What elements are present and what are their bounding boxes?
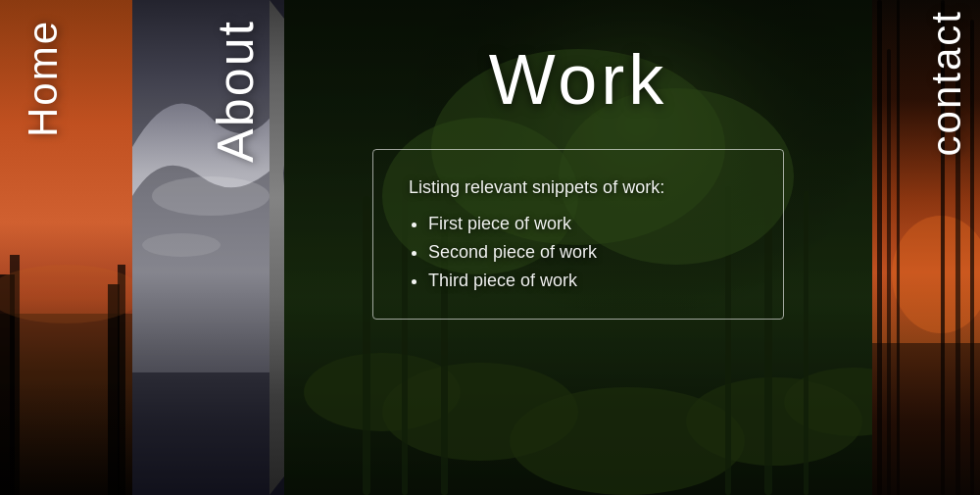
work-box: Listing relevant snippets of work: First… <box>372 149 784 320</box>
list-item: Second piece of work <box>428 242 748 263</box>
svg-rect-35 <box>970 20 974 495</box>
svg-rect-36 <box>872 343 980 495</box>
svg-rect-3 <box>10 255 20 495</box>
list-item-label: First piece of work <box>428 214 571 233</box>
contact-nav-label: contact <box>923 10 970 156</box>
svg-rect-31 <box>887 49 891 495</box>
svg-point-6 <box>0 265 132 323</box>
work-title: Work <box>489 39 668 120</box>
svg-point-29 <box>892 216 980 333</box>
list-item: Third piece of work <box>428 271 748 291</box>
work-intro: Listing relevant snippets of work: <box>409 177 748 198</box>
about-panel[interactable]: About <box>132 0 284 495</box>
svg-rect-10 <box>132 372 284 495</box>
list-item-label: Second piece of work <box>428 242 597 262</box>
svg-rect-5 <box>118 265 125 495</box>
svg-rect-4 <box>108 284 120 495</box>
svg-point-8 <box>152 176 270 216</box>
svg-rect-1 <box>0 314 132 495</box>
work-panel: Work Listing relevant snippets of work: … <box>284 0 872 495</box>
list-item: First piece of work <box>428 214 748 234</box>
home-nav-label: Home <box>20 20 67 137</box>
contact-panel[interactable]: contact <box>872 0 980 495</box>
svg-rect-32 <box>897 0 900 495</box>
svg-point-9 <box>142 233 220 257</box>
page-layout: Home <box>0 0 980 495</box>
work-list: First piece of work Second piece of work… <box>409 214 748 291</box>
svg-rect-2 <box>0 274 15 495</box>
home-panel[interactable]: Home <box>0 0 132 495</box>
svg-rect-30 <box>877 0 882 495</box>
list-item-label: Third piece of work <box>428 271 577 290</box>
about-nav-label: About <box>206 20 265 163</box>
work-content: Work Listing relevant snippets of work: … <box>284 0 872 495</box>
